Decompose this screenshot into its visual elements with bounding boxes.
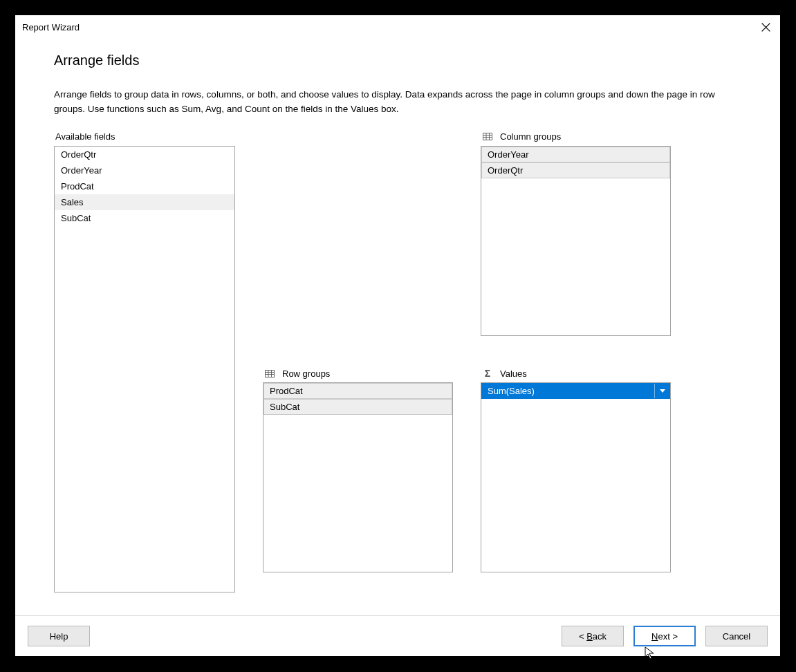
footer: Help < Back Next > Cancel [15,615,780,656]
dropdown-icon[interactable] [654,384,669,398]
list-item[interactable]: Sum(Sales) [481,383,670,399]
svg-rect-1 [266,370,275,377]
list-item[interactable]: OrderYear [481,147,670,162]
help-button[interactable]: Help [28,626,90,646]
list-item[interactable]: Sales [55,194,234,210]
list-item[interactable]: OrderQtr [55,147,234,162]
row-groups-list[interactable]: ProdCatSubCat [263,382,453,572]
table-icon [482,133,493,140]
list-item[interactable]: ProdCat [55,178,234,194]
column-groups-list[interactable]: OrderYearOrderQtr [481,146,671,336]
row-groups-label: Row groups [263,367,453,380]
cancel-button[interactable]: Cancel [705,626,768,646]
available-fields-label: Available fields [54,131,235,143]
column-groups-label: Column groups [481,131,671,143]
list-item[interactable]: OrderQtr [481,162,670,178]
list-item[interactable]: SubCat [263,399,452,415]
window-title: Report Wizard [22,22,80,32]
values-list[interactable]: Sum(Sales) [481,382,671,572]
list-item[interactable]: SubCat [55,210,234,226]
list-item[interactable]: ProdCat [263,383,452,399]
titlebar: Report Wizard [15,15,780,39]
report-wizard-dialog: Report Wizard Arrange fields Arrange fie… [15,15,780,656]
content-area: Arrange fields Arrange fields to group d… [15,39,780,615]
available-fields-list[interactable]: OrderQtrOrderYearProdCatSalesSubCat [54,146,235,592]
next-button[interactable]: Next > [633,626,696,646]
back-button[interactable]: < Back [562,626,624,646]
list-item[interactable]: OrderYear [55,162,234,178]
svg-rect-0 [483,133,492,140]
sigma-icon: Σ [482,368,493,379]
page-heading: Arrange fields [54,53,741,68]
values-label: Σ Values [481,367,671,380]
table-icon [264,370,275,377]
page-description: Arrange fields to group data in rows, co… [54,88,741,117]
close-icon[interactable] [759,21,772,33]
